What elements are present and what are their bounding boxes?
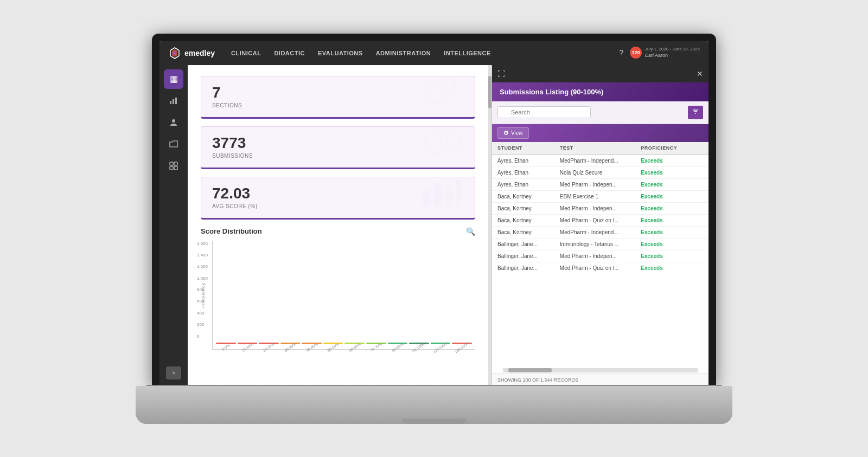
cell-test-6: MedPharm - Independ... [560,229,641,235]
sidebar-icon-grid[interactable]: ▦ [164,69,183,89]
cell-student-5: Baca, Kortney [497,217,560,223]
user-badge-count: 120 [630,47,642,59]
bar-col-10: 120-129% [431,343,451,349]
date-range: July 1, 2020 - June 30, 2025 [645,47,700,52]
table-row-8[interactable]: Ballinger, Jane...Med Pharm - Indepen...… [492,250,709,262]
nav-intelligence[interactable]: INTELLIGENCE [444,48,491,59]
panel-footer: SHOWING 100 OF 1,544 RECORDS [492,374,709,386]
sidebar: ▦ » [159,65,188,386]
svg-point-11 [426,82,448,104]
sidebar-icon-users[interactable] [164,113,183,132]
cell-test-4: Med Pharm - Indepen... [560,205,641,211]
panel-expand-icon[interactable]: ⛶ [497,69,505,78]
stat-card-sections: 7 SECTIONS [201,76,475,119]
panel-header: ⛶ ✕ [492,65,709,82]
sidebar-toggle-button[interactable]: » [166,366,181,379]
table-row-6[interactable]: Baca, KortneyMedPharm - Independ...Excee… [492,227,709,239]
records-count: SHOWING 100 OF 1,544 RECORDS [497,377,578,383]
cell-proficiency-0: Exceeds [641,158,703,164]
table-row-5[interactable]: Baca, KortneyMed Pharm - Quiz on I...Exc… [492,215,709,227]
col-header-proficiency: PROFICIENCY [641,145,703,151]
bar-1[interactable] [238,343,258,344]
svg-rect-8 [174,162,177,165]
bar-3[interactable] [280,343,301,344]
table-row-3[interactable]: Baca, KortneyEBM Exercise 1Exceeds [492,191,709,203]
cell-test-7: Immunology - Tetanus ... [560,241,641,247]
chart-zoom-icon[interactable]: 🔍 [466,227,475,236]
app-container: emedley CLINICAL DIDACTIC EVALUATIONS AD… [159,41,709,386]
view-button[interactable]: View [497,127,529,139]
table-row-7[interactable]: Ballinger, Jane...Immunology - Tetanus .… [492,239,709,250]
logo-icon [168,47,181,60]
panel-title: Submissions Listing (90-100%) [500,88,701,96]
watermark-sections [420,76,464,117]
bar-5[interactable] [323,343,343,344]
svg-rect-17 [445,185,453,207]
chart-y-axis: 0 200 400 600 800 1,000 1,200 1,400 1,60 [197,241,208,339]
sidebar-icon-folder[interactable] [164,134,183,154]
h-scroll-thumb [508,368,552,372]
table-row-9[interactable]: Ballinger, Jane...Med Pharm - Quiz on I.… [492,262,709,274]
view-button-label: View [511,130,523,136]
bar-label-0: 0-9% [221,343,231,351]
table-row-4[interactable]: Baca, KortneyMed Pharm - Indepen...Excee… [492,203,709,215]
search-input[interactable] [497,106,591,118]
table-header: STUDENT TEST PROFICIENCY [492,142,709,155]
table-row-2[interactable]: Ayres, EthanMed Pharm - Indepen...Exceed… [492,179,709,191]
bar-8[interactable] [388,343,408,344]
watermark-avg-score [420,177,464,218]
horizontal-scroll[interactable] [503,368,698,372]
filter-button[interactable] [688,106,703,119]
nav-administration[interactable]: ADMINISTRATION [376,48,431,59]
user-name: Earl Aaron [645,53,700,59]
user-badge: 120 July 1, 2020 - June 30, 2025 Earl Aa… [630,47,700,59]
panel-close-icon[interactable]: ✕ [697,69,703,78]
nav-right: ? 120 July 1, 2020 - June 30, 2025 Earl … [619,47,700,59]
svg-rect-5 [175,98,177,104]
bar-4[interactable] [302,343,322,344]
svg-point-13 [426,132,448,154]
submissions-panel: ⛶ ✕ Submissions Listing (90-100%) 🔍 [492,65,709,386]
stat-card-submissions: 3773 SUBMISSIONS [201,126,475,169]
nav-evaluations[interactable]: EVALUATIONS [318,48,363,59]
bar-col-3: 30-39% [280,343,301,349]
bar-col-11: 150-159% [452,343,472,349]
bar-col-6: 60-69% [344,343,365,349]
svg-rect-10 [174,166,177,170]
svg-rect-4 [173,99,174,104]
scroll-thumb [488,76,492,108]
help-icon[interactable]: ? [619,48,623,57]
chart-container: 0-9%10-19%20-29%30-39%40-49%50-59%60-69%… [212,241,475,350]
chart-bars: 0-9%10-19%20-29%30-39%40-49%50-59%60-69%… [213,241,475,349]
cell-student-8: Ballinger, Jane... [497,253,560,259]
panel-view-row: View [492,124,709,142]
sidebar-icon-chart[interactable] [164,91,183,111]
cell-test-2: Med Pharm - Indepen... [560,182,641,188]
nav-didactic[interactable]: DIDACTIC [274,48,305,59]
svg-rect-16 [434,183,442,207]
laptop-shell: emedley CLINICAL DIDACTIC EVALUATIONS AD… [136,34,732,424]
svg-rect-15 [423,188,431,207]
submissions-table: STUDENT TEST PROFICIENCY Ayres, EthanMed… [492,142,709,368]
svg-rect-3 [170,101,171,104]
bar-9[interactable] [409,343,429,344]
stat-card-avg-score: 72.03 AVG SCORE (%) [201,177,475,220]
chart-title-row: Score Distribution 🔍 [201,227,475,236]
table-row-1[interactable]: Ayres, EthanNola Quiz SecureExceeds [492,167,709,179]
user-info: July 1, 2020 - June 30, 2025 Earl Aaron [645,47,700,59]
col-header-student: STUDENT [497,145,560,151]
sidebar-icon-puzzle[interactable] [164,156,183,176]
cell-student-7: Ballinger, Jane... [497,241,560,247]
content-pane: 7 SECTIONS 3773 SUBMISSIONS [188,65,488,386]
bar-0[interactable] [216,343,236,344]
table-row-0[interactable]: Ayres, EthanMedPharm - Independ...Exceed… [492,155,709,167]
main-scroll-bar[interactable] [488,65,492,386]
bar-col-7: 70-79% [366,343,386,349]
nav-clinical[interactable]: CLINICAL [231,48,261,59]
laptop-base [136,386,732,424]
bar-2[interactable] [259,343,279,344]
cell-student-4: Baca, Kortney [497,205,560,211]
bar-col-2: 20-29% [259,343,279,349]
bar-7[interactable] [366,343,386,344]
bar-6[interactable] [344,343,365,344]
